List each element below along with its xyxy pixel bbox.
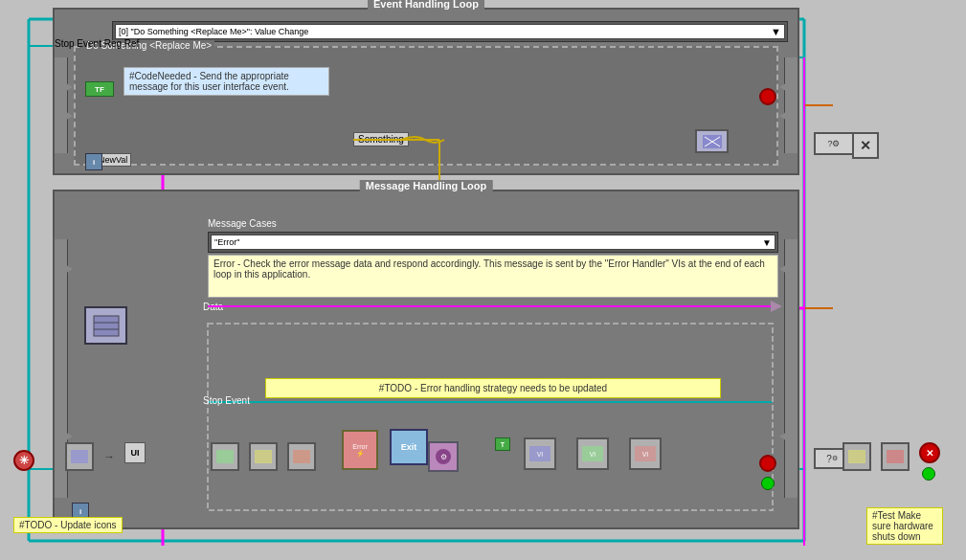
svg-rect-57 bbox=[848, 450, 865, 463]
svg-text:VI: VI bbox=[537, 451, 544, 458]
vi-icon-1: VI bbox=[529, 446, 550, 461]
bottom-vi-1[interactable] bbox=[65, 442, 94, 471]
message-selector-bar[interactable]: "Error" ▼ bbox=[208, 232, 778, 253]
todo-icons-box: #TODO - Update icons bbox=[13, 517, 123, 533]
exit-vi-block[interactable]: Exit bbox=[390, 429, 428, 465]
svg-text:VI: VI bbox=[590, 451, 596, 458]
tf-terminal: TF bbox=[85, 81, 114, 97]
bottom-vi-icon-3 bbox=[255, 450, 272, 463]
error-comment-box: Error - Check the error message data and… bbox=[208, 255, 778, 298]
svg-rect-53 bbox=[71, 450, 88, 463]
ui-label-block: UI bbox=[124, 442, 146, 463]
event-case-structure: Do Something <Replace Me> TF #CodeNeeded… bbox=[74, 46, 778, 166]
stop-event-label: Stop Event bbox=[203, 395, 250, 406]
something-label: Something bbox=[353, 132, 409, 146]
vi-icon-3: VI bbox=[635, 446, 656, 461]
bottom-vi-3[interactable] bbox=[249, 442, 278, 471]
data-label: Data bbox=[203, 302, 223, 312]
svg-text:VI: VI bbox=[642, 451, 649, 458]
message-handling-loop: Message Handling Loop Message Cases "Err… bbox=[53, 190, 799, 529]
todo-error-box: #TODO - Error handling strategy needs to… bbox=[265, 378, 721, 398]
stop-red-right[interactable]: ✕ bbox=[919, 442, 940, 463]
event-inner-wires bbox=[76, 48, 776, 164]
right-vi-1[interactable] bbox=[842, 442, 871, 471]
bottom-vi-4[interactable] bbox=[287, 442, 316, 471]
event-comment-box: #CodeNeeded - Send the appropriate messa… bbox=[124, 67, 329, 96]
svg-rect-58 bbox=[887, 450, 904, 463]
route-vi-block[interactable]: ⚙ bbox=[428, 441, 459, 472]
vi-icon-2: VI bbox=[582, 446, 603, 461]
right-vi-icon-2 bbox=[887, 450, 904, 463]
msg-shift-reg-mid bbox=[63, 431, 73, 442]
shift-reg-arrow-top bbox=[63, 81, 73, 93]
bottom-vi-2[interactable] bbox=[211, 442, 239, 471]
svg-rect-54 bbox=[216, 450, 234, 463]
msg-shift-reg-right-top bbox=[779, 263, 789, 275]
bottom-vi-icon-1 bbox=[71, 450, 88, 463]
message-cases-label: Message Cases bbox=[208, 218, 277, 229]
bottom-vi-icon-4 bbox=[293, 450, 310, 463]
vi-block-2[interactable]: VI bbox=[576, 437, 609, 470]
event-vi-icon bbox=[703, 135, 722, 148]
shift-reg-arrow-bottom bbox=[63, 110, 73, 122]
msg-shift-reg-right-mid bbox=[779, 431, 789, 442]
event-loop-left-border bbox=[55, 57, 68, 153]
route-icon: ⚙ bbox=[434, 447, 453, 466]
message-selector-dropdown[interactable]: "Error" ▼ bbox=[211, 235, 775, 250]
shift-reg-right-bottom bbox=[779, 110, 789, 122]
stop-button-msg[interactable] bbox=[759, 455, 776, 472]
event-handling-loop: Event Handling Loop [0] "Do Something <R… bbox=[53, 8, 799, 175]
svg-rect-50 bbox=[94, 316, 119, 336]
x-button[interactable]: ✕ bbox=[852, 132, 879, 159]
event-vi-block[interactable] bbox=[695, 129, 729, 153]
event-loop-title: Event Handling Loop bbox=[368, 0, 484, 10]
svg-rect-35 bbox=[208, 324, 773, 510]
svg-rect-55 bbox=[255, 450, 272, 463]
queue-icon bbox=[92, 314, 121, 338]
qmark-button-top-right[interactable]: ?⚙ bbox=[814, 132, 854, 155]
svg-marker-33 bbox=[771, 301, 782, 312]
arrow-right-symbol: → bbox=[103, 442, 115, 471]
msg-shift-reg-top bbox=[63, 263, 73, 275]
right-vi-2[interactable] bbox=[881, 442, 910, 471]
stop-button-event[interactable] bbox=[759, 88, 776, 105]
shift-reg-right-top bbox=[779, 81, 789, 93]
led-green-msg bbox=[761, 477, 775, 490]
iter-terminal-event: i bbox=[85, 153, 102, 170]
test-hardware-box: #Test Make sure hardware shuts down bbox=[866, 507, 943, 545]
event-selector-dropdown[interactable]: [0] "Do Something <Replace Me>": Value C… bbox=[115, 24, 785, 39]
vi-block-3[interactable]: VI bbox=[629, 437, 662, 470]
svg-rect-56 bbox=[293, 450, 310, 463]
event-loop-right-border bbox=[784, 57, 798, 153]
message-loop-right-border bbox=[784, 239, 798, 498]
svg-text:⚙: ⚙ bbox=[440, 453, 447, 461]
right-vi-icon-1 bbox=[848, 450, 865, 463]
stop-asterisk-btn[interactable]: ✳ bbox=[13, 450, 34, 471]
led-green-right bbox=[922, 467, 935, 481]
bottom-vi-icon-2 bbox=[216, 450, 234, 463]
queue-subvi[interactable] bbox=[84, 306, 127, 345]
true-constant: T bbox=[495, 437, 510, 451]
stop-event-reg-ref-label: Stop Event Reg Ref bbox=[55, 38, 139, 49]
error-handler-vi[interactable]: Error⚡ bbox=[342, 430, 378, 470]
event-selector-bar[interactable]: [0] "Do Something <Replace Me>": Value C… bbox=[112, 21, 788, 42]
message-loop-title: Message Handling Loop bbox=[360, 180, 493, 191]
vi-block-1[interactable]: VI bbox=[524, 437, 556, 470]
main-canvas: Event Handling Loop [0] "Do Something <R… bbox=[0, 0, 966, 560]
